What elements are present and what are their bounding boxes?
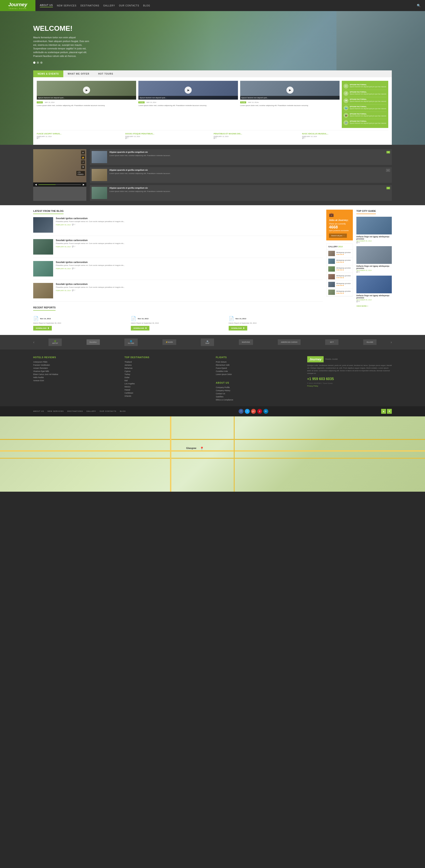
download-button-3[interactable]: Download ⬇ bbox=[229, 326, 247, 331]
city-title-2[interactable]: Defacto lingo est igpay atinlayarqu prov… bbox=[356, 265, 392, 270]
footer-hotels-link-1[interactable]: Anterposm Pildin bbox=[33, 361, 118, 363]
footer-dest-link-4[interactable]: Cyprus bbox=[125, 370, 209, 372]
scroll-up-button[interactable]: ▲ bbox=[381, 409, 386, 414]
footer-dest-link-3[interactable]: Bahamas bbox=[125, 367, 209, 369]
sidebar-feature-4: 🌍 EPSUM FACTORIAL Epsum factorei non dep… bbox=[343, 104, 387, 112]
footer-privacy-link[interactable]: Privacy Policy bbox=[307, 385, 318, 387]
bottom-nav-gallery[interactable]: GALLERY bbox=[86, 410, 96, 412]
video-thumb-2[interactable]: Epsum factorei non deposit quid... bbox=[138, 81, 238, 100]
facebook-icon[interactable]: f bbox=[239, 409, 243, 414]
hero-dot-1[interactable] bbox=[33, 62, 35, 64]
footer-hotels-link-6[interactable]: Hello Facilisi bbox=[33, 376, 118, 378]
featured-heart-icon[interactable]: ♥ bbox=[81, 151, 85, 155]
featured-prev-btn[interactable]: ◀ bbox=[35, 183, 37, 186]
featured-like-icon[interactable]: 👍 bbox=[81, 155, 85, 159]
tab-news-events[interactable]: NEWS & EVENTS bbox=[33, 70, 63, 77]
download-button-2[interactable]: Download ⬇ bbox=[131, 326, 149, 331]
bottom-nav-services[interactable]: NEW SERVICES bbox=[48, 410, 64, 412]
video-thumb-1[interactable]: Epsum factorei non deposit quid... bbox=[37, 81, 136, 100]
bottom-news-title-1[interactable]: FUSCE USCIPIT VARIUS... bbox=[37, 133, 123, 135]
view-more-link[interactable]: VIEW MORE » bbox=[356, 305, 392, 307]
footer-flight-link-3[interactable]: Fusce Epend bbox=[216, 367, 301, 369]
footer-about-link-5[interactable]: Ethics & Compliance bbox=[216, 399, 301, 401]
footer-flight-link-4[interactable]: Curabitur Ante bbox=[216, 370, 301, 372]
footer-hotels-link-4[interactable]: Vivamus Eget Nilib bbox=[33, 370, 118, 372]
play-button-2[interactable] bbox=[185, 87, 192, 94]
logo-area[interactable]: Journey TRAVEL GUIDE bbox=[0, 0, 35, 11]
footer-about-link-1[interactable]: Company Profile bbox=[216, 386, 301, 389]
googleplus-icon[interactable]: g+ bbox=[251, 409, 256, 414]
blog-title-4[interactable]: Souvlaki ignitus carborundum bbox=[56, 283, 323, 285]
blog-title-2[interactable]: Souvlaki ignitus carborundum bbox=[56, 239, 323, 242]
footer-dest-link-8[interactable]: Los Angeles bbox=[125, 382, 209, 385]
gallery-thumb-1[interactable] bbox=[328, 251, 335, 256]
nav-about-us[interactable]: ABOUT US bbox=[40, 4, 53, 7]
video-thumb-3[interactable]: Epsum factorei non deposit quid... bbox=[240, 81, 339, 100]
pinterest-icon[interactable]: p bbox=[257, 409, 262, 414]
footer-flight-link-5[interactable]: Lorem Ipsum Dolor bbox=[216, 373, 301, 375]
nav-our-contacts[interactable]: OUR CONTACTS bbox=[119, 4, 139, 7]
footer-flight-link-1[interactable]: Proin Dictum bbox=[216, 361, 301, 363]
footer-dest-link-1[interactable]: Thailand bbox=[125, 361, 209, 363]
bottom-news-title-3[interactable]: PENATIBUS ET MAGNIS DIS... bbox=[214, 133, 300, 135]
footer-dest-link-9[interactable]: Mexico bbox=[125, 385, 209, 388]
gallery-thumb-4[interactable] bbox=[328, 274, 335, 279]
play-button-3[interactable] bbox=[286, 87, 294, 94]
footer-hotels-link-3[interactable]: Annam Remotem bbox=[33, 367, 118, 369]
footer-flight-link-2[interactable]: Elementum Velit bbox=[216, 364, 301, 366]
tab-what-we-offer[interactable]: WHAT WE OFFER bbox=[63, 70, 94, 77]
footer-dest-link-5[interactable]: Turkey bbox=[125, 373, 209, 375]
footer-dest-link-2[interactable]: Jamaica bbox=[125, 364, 209, 366]
hero-dot-3[interactable] bbox=[40, 62, 42, 64]
blog-title-3[interactable]: Souvlaki ignitus carborundum bbox=[56, 261, 323, 264]
blog-title-1[interactable]: Souvlaki ignitus carborundum bbox=[56, 217, 323, 220]
footer-dest-link-12[interactable]: Orlando bbox=[125, 395, 209, 397]
city-title-3[interactable]: Defacto lingo est igpay atinlayarqu prov… bbox=[356, 294, 392, 299]
feature-title-3: EPSUM FACTORIAL bbox=[350, 98, 387, 100]
footer-hotels-link-7[interactable]: Aenean Ectri bbox=[33, 379, 118, 382]
footer-dest-link-11[interactable]: Caribbean bbox=[125, 392, 209, 394]
twitter-icon[interactable]: t bbox=[245, 409, 250, 414]
featured-flag-icon[interactable]: ⚑ bbox=[81, 165, 85, 169]
bottom-nav-contacts[interactable]: OUR CONTACTS bbox=[100, 410, 116, 412]
hero-dot-2[interactable] bbox=[37, 62, 39, 64]
footer-dest-link-7[interactable]: Bali bbox=[125, 379, 209, 382]
scroll-down-button[interactable]: ▼ bbox=[387, 409, 392, 414]
footer-about-link-2[interactable]: Company History bbox=[216, 390, 301, 392]
nav-new-services[interactable]: NEW SERVICES bbox=[57, 4, 77, 7]
gallery-thumb-3[interactable] bbox=[328, 266, 335, 272]
footer-about-link-3[interactable]: Contact Us bbox=[216, 393, 301, 395]
footer-phone: +1 959 603 6035 bbox=[307, 377, 392, 381]
carousel-prev-btn[interactable]: ‹ bbox=[33, 340, 34, 344]
bottom-nav-destinations[interactable]: DESTINATIONS bbox=[67, 410, 83, 412]
gallery-thumb-6[interactable] bbox=[328, 289, 335, 295]
nav-destinations[interactable]: DESTINATIONS bbox=[80, 4, 99, 7]
bottom-news-title-4[interactable]: NASC IDICULUS MUSDUL... bbox=[302, 133, 389, 135]
footer-dest-link-6[interactable]: Dubai bbox=[125, 376, 209, 378]
footer-hotels-link-2[interactable]: Franeen Vestibulam bbox=[33, 364, 118, 366]
featured-list-title-2[interactable]: Olypian quarrels et gorilla congolium si… bbox=[109, 169, 384, 172]
bottom-nav-about[interactable]: ABOUT US bbox=[33, 410, 44, 412]
featured-next-btn[interactable]: ▶ bbox=[83, 183, 85, 186]
search-icon[interactable]: 🔍 bbox=[417, 4, 421, 7]
footer-about-link-4[interactable]: Satellites bbox=[216, 396, 301, 398]
download-button-1[interactable]: Download ⬇ bbox=[33, 326, 52, 331]
play-button-1[interactable] bbox=[83, 87, 90, 94]
carousel-next-btn[interactable]: › bbox=[391, 340, 392, 344]
footer-dest-link-10[interactable]: Hawaii bbox=[125, 389, 209, 391]
linkedin-icon[interactable]: in bbox=[264, 409, 268, 414]
gallery-thumb-5[interactable] bbox=[328, 282, 335, 287]
gallery-thumb-2[interactable] bbox=[328, 258, 335, 264]
featured-list-title-1[interactable]: Olypian quarrels et gorilla congolium si… bbox=[109, 151, 384, 154]
featured-share-icon[interactable]: ↗ bbox=[81, 160, 85, 164]
featured-list-title-3[interactable]: Olypian quarrels et gorilla congolium si… bbox=[109, 187, 384, 189]
tab-hot-tours[interactable]: HOT TOURS bbox=[94, 70, 118, 77]
middle-column: 💼 Jobs at Journey; There are currently 4… bbox=[326, 210, 353, 331]
footer-hotels-link-5[interactable]: Etiam Carius Juris Vel Mattise bbox=[33, 373, 118, 375]
nav-blog[interactable]: BLOG bbox=[143, 4, 150, 7]
jobs-search-button[interactable]: Search all pos → bbox=[329, 234, 347, 238]
city-title-1[interactable]: Defacto lingo est igpay atinlayarqu prov… bbox=[356, 236, 392, 240]
bottom-nav-blog[interactable]: BLOG bbox=[120, 410, 126, 412]
nav-gallery[interactable]: GALLERY bbox=[103, 4, 115, 7]
bottom-news-title-2[interactable]: SOCIIS ATOQUE PENATIBUS... bbox=[125, 133, 212, 135]
